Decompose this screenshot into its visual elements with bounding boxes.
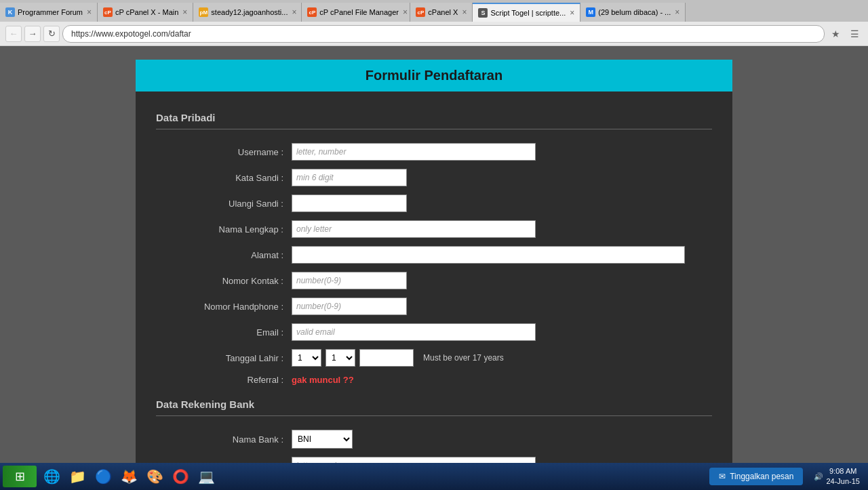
referral-label: Referral : (156, 375, 292, 385)
email-input[interactable] (292, 323, 536, 341)
fullname-input[interactable] (292, 220, 536, 238)
taskbar-photoshop-icon[interactable]: 🎨 (142, 466, 167, 487)
opera-icon: ⭕ (172, 468, 189, 485)
repassword-label: Ulangi Sandi : (156, 199, 292, 209)
fullname-label: Nama Lengkap : (156, 224, 292, 234)
tab-icon-6: S (478, 8, 488, 18)
tab-icon-3: pM (199, 7, 208, 17)
bank-section-title: Data Rekening Bank (156, 399, 712, 410)
dob-day-select[interactable]: 12345 678910 1112131415 1617181920 21222… (292, 349, 321, 367)
password-input[interactable] (292, 169, 407, 186)
address-bar[interactable] (62, 25, 825, 43)
form-body: Data Pribadi Username : Kata Sandi : Ula… (136, 91, 732, 490)
tab-steady12[interactable]: pM steady12.jagoanhosti... × (193, 3, 302, 22)
tab-close-2[interactable]: × (182, 7, 187, 17)
dob-month-select[interactable]: 1234 5678 9101112 (326, 349, 355, 367)
refresh-button[interactable]: ↻ (43, 26, 60, 42)
clock-display: 9:08 AM 24-Jun-15 (826, 466, 860, 487)
tab-script-togel[interactable]: S Script Togel | scriptte... × (473, 3, 580, 22)
forward-button[interactable]: → (24, 26, 41, 42)
referral-row: Referral : gak muncul ?? (156, 375, 712, 385)
tab-close-3[interactable]: × (292, 7, 296, 17)
tab-close-1[interactable]: × (87, 7, 92, 17)
username-row: Username : (156, 143, 712, 161)
tab-label-1: Programmer Forum (18, 8, 83, 16)
email-icon: ✉ (719, 472, 726, 481)
tiggalkan-pesan-label: Tinggalkan pesan (730, 472, 793, 481)
tab-label-6: Script Togel | scriptte... (490, 9, 566, 17)
address-input[interactable] (292, 246, 685, 264)
taskbar-right: ✉ Tinggalkan pesan 🔊 9:08 AM 24-Jun-15 (709, 466, 865, 487)
tab-label-4: cP cPanel File Manager (319, 8, 399, 16)
taskbar-chrome-icon[interactable]: 🔵 (91, 466, 115, 487)
firefox-icon: 🦊 (121, 468, 138, 485)
handphone-row: Nomor Handphone : (156, 298, 712, 315)
ie-icon: 🌐 (43, 468, 60, 485)
system-tray: 🔊 9:08 AM 24-Jun-15 (808, 466, 865, 487)
taskbar: ⊞ 🌐 📁 🔵 🦊 🎨 ⭕ 💻 ✉ Tinggalkan pesan 🔊 (0, 463, 868, 490)
repassword-row: Ulangi Sandi : (156, 195, 712, 212)
password-label: Kata Sandi : (156, 173, 292, 183)
fullname-row: Nama Lengkap : (156, 220, 712, 238)
handphone-label: Nomor Handphone : (156, 302, 292, 312)
tab-close-6[interactable]: × (570, 8, 574, 18)
photoshop-icon: 🎨 (146, 468, 163, 485)
username-label: Username : (156, 147, 292, 157)
taskbar-ie-icon[interactable]: 🌐 (39, 466, 64, 487)
address-row: Alamat : (156, 246, 712, 264)
dob-label: Tanggal Lahir : (156, 353, 292, 363)
phone-label: Nomor Kontak : (156, 276, 292, 286)
address-label: Alamat : (156, 250, 292, 260)
tab-close-7[interactable]: × (675, 7, 679, 17)
clock-date: 24-Jun-15 (826, 476, 860, 487)
app7-icon: 💻 (198, 468, 215, 485)
dob-note: Must be over 17 years (423, 353, 504, 363)
bank-name-label: Nama Bank : (156, 434, 292, 445)
chrome-icon: 🔵 (95, 468, 112, 485)
tab-email[interactable]: M (29 belum dibaca) - ... × (580, 3, 686, 22)
repassword-input[interactable] (292, 195, 407, 212)
tab-bar: K Programmer Forum × cP cP cPanel X - Ma… (0, 0, 868, 22)
windows-logo-icon: ⊞ (15, 469, 25, 484)
nav-bar: ← → ↻ ★ ☰ (0, 22, 868, 46)
taskbar-explorer-icon[interactable]: 📁 (65, 466, 90, 487)
dob-row: Tanggal Lahir : 12345 678910 1112131415 … (156, 349, 712, 367)
tab-programmer-forum[interactable]: K Programmer Forum × (0, 3, 98, 22)
email-row: Email : (156, 323, 712, 341)
page-content: Formulir Pendaftaran Data Pribadi Userna… (0, 46, 868, 490)
tiggalkan-pesan-button[interactable]: ✉ Tinggalkan pesan (709, 468, 803, 485)
bank-divider (156, 415, 712, 416)
form-title: Formulir Pendaftaran (136, 60, 732, 91)
tab-file-manager[interactable]: cP cP cPanel File Manager × (302, 3, 410, 22)
tab-close-5[interactable]: × (462, 7, 467, 17)
referral-text: gak muncul ?? (292, 375, 354, 385)
form-container: Formulir Pendaftaran Data Pribadi Userna… (136, 60, 732, 490)
taskbar-opera-icon[interactable]: ⭕ (168, 466, 193, 487)
bank-name-select[interactable]: BNI BCA BRI Mandiri BII (292, 430, 353, 449)
tab-close-4[interactable]: × (403, 7, 408, 17)
network-icon: 🔊 (814, 472, 823, 481)
tab-cpanel-x[interactable]: cP cPanel X × (410, 3, 473, 22)
tab-label-2: cP cPanel X - Main (115, 8, 178, 16)
username-input[interactable] (292, 143, 536, 161)
taskbar-app7-icon[interactable]: 💻 (194, 466, 218, 487)
explorer-icon: 📁 (69, 468, 86, 485)
dob-year-input[interactable] (359, 349, 414, 367)
phone-row: Nomor Kontak : (156, 272, 712, 289)
tab-icon-2: cP (103, 7, 113, 17)
bookmark-icon[interactable]: ★ (827, 26, 844, 42)
phone-input[interactable] (292, 272, 407, 289)
tab-cpanel-main[interactable]: cP cP cPanel X - Main × (98, 3, 193, 22)
email-label: Email : (156, 327, 292, 338)
taskbar-firefox-icon[interactable]: 🦊 (117, 466, 141, 487)
handphone-input[interactable] (292, 298, 407, 315)
personal-divider (156, 129, 712, 129)
tab-icon-5: cP (416, 7, 425, 17)
start-button[interactable]: ⊞ (3, 466, 37, 487)
back-button[interactable]: ← (5, 26, 22, 42)
tab-label-3: steady12.jagoanhosti... (211, 8, 288, 16)
clock-time: 9:08 AM (826, 466, 860, 476)
nav-icons-group: ★ ☰ (827, 26, 863, 42)
tab-icon-1: K (5, 7, 15, 17)
menu-icon[interactable]: ☰ (846, 26, 863, 42)
